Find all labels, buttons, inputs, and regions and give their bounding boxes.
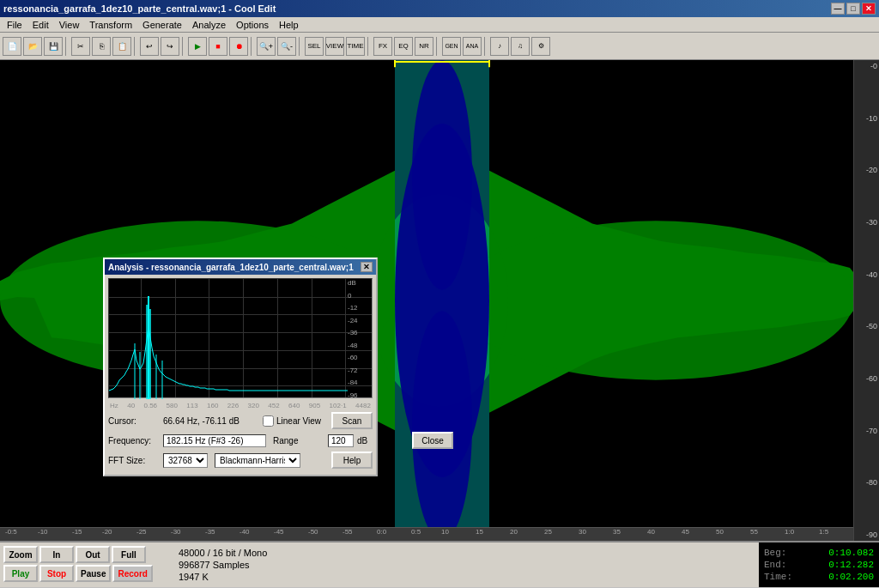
tb-extra1[interactable]: ♪ [490,37,509,56]
zoom-button[interactable]: Zoom [3,546,38,563]
tb-sep4 [251,37,254,56]
db-0: -0 [856,62,877,70]
close-button[interactable]: ✕ [862,3,876,15]
time-label: Time: [764,572,792,582]
pause-button[interactable]: Pause [76,565,111,582]
tb-play[interactable]: ▶ [188,37,207,56]
dialog-title: Analysis - ressonancia_garrafa_1dez10_pa… [108,263,354,272]
menu-item-analyze[interactable]: Analyze [187,19,231,31]
file-info-line2: 996877 Samples [179,560,752,570]
frequency-input[interactable] [163,434,266,447]
tb-cut[interactable]: ✂ [71,37,90,56]
tb-sep6 [367,37,371,56]
tb-time[interactable]: TIME [346,37,365,56]
scan-button[interactable]: Scan [331,412,373,429]
end-value: 0:12.282 [828,560,874,570]
db-60: -60 [856,374,877,383]
db-10: -10 [856,114,877,123]
tb-sep1 [65,37,69,56]
zoom-full-button[interactable]: Full [112,546,146,563]
tb-sel[interactable]: SEL [305,37,324,56]
window-type-select[interactable]: Blackmann-Harris [215,453,300,468]
db-40: -40 [856,270,877,279]
beg-label: Beg: [764,548,786,558]
linear-view-label: Linear View [276,416,328,426]
help-button[interactable]: Help [331,452,373,469]
tb-open[interactable]: 📂 [23,37,42,56]
beg-row: Beg: 0:10.082 [764,548,874,558]
fft-size-label: FFT Size: [108,456,160,465]
menu-item-generate[interactable]: Generate [137,19,187,31]
waveform-container[interactable]: -0:5 -10 -15 -20 -25 -30 -35 -40 -45 -50… [0,60,853,541]
tb-rec[interactable]: ⏺ [229,37,248,56]
close-button[interactable]: Close [412,432,453,449]
db-70: -70 [856,427,877,435]
titlebar-controls[interactable]: — □ ✕ [831,3,876,15]
tb-zoomin[interactable]: 🔍+ [257,37,276,56]
db-label-0: dB [348,279,370,287]
file-info-line1: 48000 / 16 bit / Mono [179,548,752,558]
fft-size-select[interactable]: 32768 16384 8192 [163,453,208,468]
tb-copy[interactable]: ⎘ [92,37,111,56]
stop-button[interactable]: Stop [39,565,74,582]
db-90: -90 [856,530,877,539]
cursor-label: Cursor: [108,416,160,426]
tb-fx3[interactable]: NR [415,37,433,56]
tb-new[interactable]: 📄 [3,37,21,56]
cursor-info-row: Cursor: 66.64 Hz, -76.11 dB Linear View … [108,412,373,429]
menu-item-help[interactable]: Help [274,19,304,31]
tb-undo[interactable]: ↩ [140,37,159,56]
tb-fx2[interactable]: EQ [394,37,413,56]
menu-item-edit[interactable]: Edit [27,19,54,31]
window-title: ressonancia_garrafa_1dez10_parte_central… [3,3,276,14]
menu-item-view[interactable]: View [54,19,85,31]
db-label-9: -96 [348,391,370,399]
tb-save[interactable]: 💾 [44,37,63,56]
linear-view-checkbox[interactable] [263,415,274,427]
db-label-8: -84 [348,379,370,386]
menu-item-transform[interactable]: Transform [84,19,137,31]
tb-stop[interactable]: ■ [209,37,227,56]
menu-item-options[interactable]: Options [231,19,274,31]
svg-point-9 [412,311,472,541]
fft-size-row: FFT Size: 32768 16384 8192 Blackmann-Har… [108,452,373,469]
zoom-out-button[interactable]: Out [76,546,110,563]
tb-sep7 [436,37,440,56]
tb-view[interactable]: VIEW [325,37,344,56]
tb-sep3 [182,37,185,56]
fft-chart: dB 0 -12 -24 -36 -48 -60 -72 -84 -96 [108,278,373,398]
transport-row-1: Zoom In Out Full [3,546,168,563]
end-label: End: [764,560,786,570]
range-input[interactable] [328,434,354,447]
svg-point-4 [458,221,853,379]
main-area: -0:5 -10 -15 -20 -25 -30 -35 -40 -45 -50… [0,60,879,541]
tb-analyze[interactable]: ANA [463,37,482,56]
toolbar: 📄 📂 💾 ✂ ⎘ 📋 ↩ ↪ ▶ ■ ⏺ 🔍+ 🔍- SEL VIEW TIM… [0,33,879,60]
play-button[interactable]: Play [3,565,38,582]
file-info: 48000 / 16 bit / Mono 996877 Samples 194… [172,543,759,587]
tb-fx1[interactable]: FX [373,37,392,56]
menu-bar: FileEditViewTransformGenerateAnalyzeOpti… [0,17,879,33]
tb-zoomout[interactable]: 🔍- [277,37,296,56]
cursor-value: 66.64 Hz, -76.11 dB [163,416,239,426]
svg-point-8 [412,60,472,290]
tb-extra3[interactable]: ⚙ [531,37,550,56]
fft-freq-labels: Hz 40 0.56 580 113 160 226 320 452 640 9… [108,402,373,409]
db-label-6: -60 [348,354,370,361]
tb-gen1[interactable]: GEN [442,37,461,56]
zoom-in-button[interactable]: In [39,546,74,563]
tb-extra2[interactable]: ♫ [511,37,530,56]
analysis-dialog: Analysis - ressonancia_garrafa_1dez10_pa… [103,258,378,476]
beg-value: 0:10.082 [828,548,874,558]
menu-item-file[interactable]: File [2,19,27,31]
time-display: Beg: 0:10.082 End: 0:12.282 Time: 0:02.2… [759,543,879,587]
db-label-7: -72 [348,367,370,374]
maximize-button[interactable]: □ [846,3,860,15]
minimize-button[interactable]: — [831,3,845,15]
linear-view-row: Linear View [263,415,328,427]
tb-paste[interactable]: 📋 [112,37,131,56]
dialog-titlebar: Analysis - ressonancia_garrafa_1dez10_pa… [105,259,376,275]
tb-redo[interactable]: ↪ [161,37,179,56]
record-button[interactable]: Record [112,565,152,582]
dialog-close-icon[interactable]: ✕ [361,262,373,272]
